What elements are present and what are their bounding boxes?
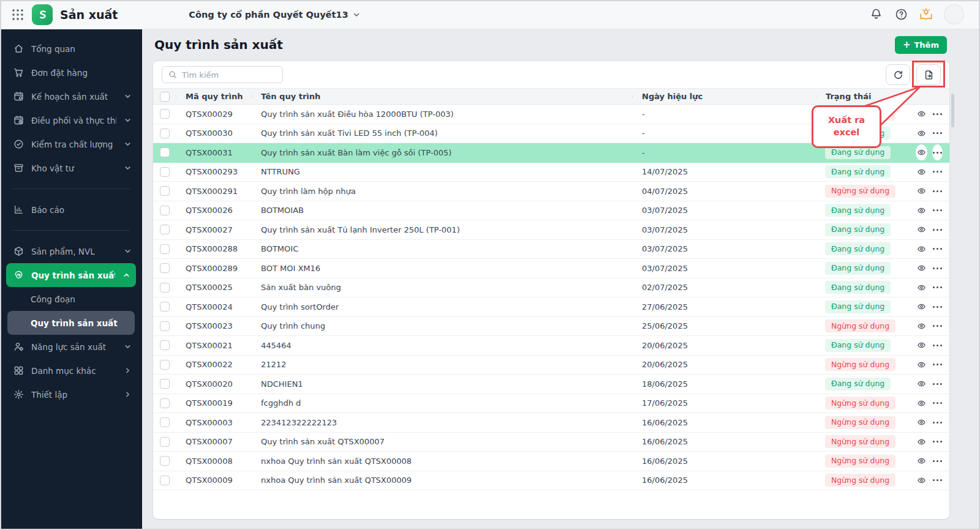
more-actions-icon[interactable] (932, 414, 943, 430)
table-row[interactable]: QTSX00026 BOTMOIAB 03/07/2025 Đang sử dụ… (153, 201, 949, 221)
view-eye-icon[interactable] (916, 222, 927, 237)
more-actions-icon[interactable] (932, 472, 943, 488)
more-actions-icon[interactable] (932, 376, 943, 392)
more-actions-icon[interactable] (932, 203, 943, 218)
view-eye-icon[interactable] (916, 144, 927, 160)
sidebar-item-kiem-tra-chat-luong[interactable]: Kiểm tra chất lượng (0, 132, 142, 156)
sidebar-item-quy-trinh-san-xuat[interactable]: Quy trình sản xuất (6, 263, 136, 287)
header-code[interactable]: Mã quy trình (176, 92, 251, 101)
view-eye-icon[interactable] (916, 125, 927, 141)
help-icon[interactable] (894, 7, 908, 22)
sidebar-item-kho-vat-tu[interactable]: Kho vật tư (0, 156, 142, 180)
sidebar-subitem-quy-trinh-san-xuat[interactable]: Quy trình sản xuất (7, 311, 135, 335)
row-checkbox[interactable] (160, 283, 170, 293)
row-checkbox[interactable] (160, 476, 170, 485)
sidebar-item-danh-muc-khac[interactable]: Danh mục khác (0, 359, 142, 383)
more-actions-icon[interactable] (932, 260, 943, 276)
view-eye-icon[interactable] (916, 280, 927, 296)
sidebar-item-san-pham-nvl[interactable]: Sản phẩm, NVL (0, 239, 142, 263)
row-checkbox[interactable] (160, 456, 170, 466)
company-selector[interactable]: Công ty cổ phần Quyết Quyết13 (189, 10, 360, 20)
table-row[interactable]: QTSX000291 Quy trình làm hộp nhựa 04/07/… (153, 182, 949, 201)
view-eye-icon[interactable] (916, 106, 927, 122)
table-row[interactable]: QTSX000288 BOTMOIC 03/07/2025 Đang sử dụ… (153, 240, 949, 259)
view-eye-icon[interactable] (916, 318, 927, 334)
table-row[interactable]: QTSX00019 fcgghdh d 17/06/2025 Ngừng sử … (153, 394, 949, 414)
table-row[interactable]: QTSX00022 21212 20/06/2025 Ngừng sử dụng (153, 356, 949, 375)
more-actions-icon[interactable] (932, 241, 943, 257)
search-input[interactable] (182, 70, 276, 80)
more-actions-icon[interactable] (932, 106, 943, 122)
more-actions-icon[interactable] (932, 222, 943, 237)
table-row[interactable]: QTSX00024 Quy trình sortOrder 27/06/2025… (153, 297, 949, 317)
row-checkbox[interactable] (160, 225, 170, 234)
row-checkbox[interactable] (160, 437, 170, 447)
view-eye-icon[interactable] (916, 434, 927, 450)
row-checkbox[interactable] (160, 206, 170, 215)
more-actions-icon[interactable] (932, 299, 943, 315)
row-checkbox[interactable] (160, 129, 170, 138)
view-eye-icon[interactable] (916, 395, 927, 411)
header-date[interactable]: Ngày hiệu lực (632, 92, 816, 101)
sidebar-item-dieu-phoi-va-thuc-thi[interactable]: Điều phối và thực thi (0, 108, 142, 132)
table-row[interactable]: QTSX00009 nxhoa Quy trình sản xuất QTSX0… (153, 471, 949, 491)
table-row[interactable]: QTSX00023 Quy trình chung 25/06/2025 Ngừ… (153, 317, 949, 337)
row-checkbox[interactable] (160, 167, 170, 177)
row-checkbox[interactable] (160, 186, 170, 196)
header-status[interactable]: Trạng thái (816, 92, 906, 101)
row-checkbox[interactable] (160, 417, 170, 427)
row-checkbox[interactable] (160, 263, 170, 273)
more-actions-icon[interactable] (932, 434, 943, 450)
table-row[interactable]: QTSX00027 Quy trình sản xuất Tủ lạnh Inv… (153, 220, 949, 240)
add-button[interactable]: + Thêm (895, 36, 947, 54)
guide-book-icon[interactable] (919, 7, 933, 22)
view-eye-icon[interactable] (916, 183, 927, 199)
view-eye-icon[interactable] (916, 164, 927, 180)
table-row[interactable]: QTSX00020 NDCHIEN1 18/06/2025 Đang sử dụ… (153, 375, 949, 394)
more-actions-icon[interactable] (932, 280, 943, 296)
row-checkbox[interactable] (160, 109, 170, 119)
more-actions-icon[interactable] (932, 144, 943, 160)
search-box[interactable] (162, 66, 283, 83)
sidebar-subitem-cong-doan[interactable]: Công đoạn (0, 287, 142, 311)
export-button[interactable] (916, 64, 941, 85)
more-actions-icon[interactable] (932, 453, 943, 469)
row-checkbox[interactable] (160, 147, 170, 157)
row-checkbox[interactable] (160, 360, 170, 370)
select-all-checkbox[interactable] (160, 92, 170, 102)
row-checkbox[interactable] (160, 244, 170, 254)
view-eye-icon[interactable] (916, 260, 927, 276)
more-actions-icon[interactable] (932, 395, 943, 411)
view-eye-icon[interactable] (916, 299, 927, 315)
view-eye-icon[interactable] (916, 357, 927, 373)
view-eye-icon[interactable] (916, 337, 927, 353)
sidebar-item-bao-cao[interactable]: Báo cáo (0, 198, 142, 222)
sidebar-item-nang-luc-san-xuat[interactable]: Năng lực sản xuất (0, 335, 142, 359)
sidebar-item-don-dat-hang[interactable]: Đơn đặt hàng (0, 61, 142, 84)
table-row[interactable]: QTSX00003 223412322222123 16/06/2025 Ngừ… (153, 413, 949, 433)
table-row[interactable]: QTSX00007 Quy trình sản xuất QTSX00007 1… (153, 433, 949, 452)
view-eye-icon[interactable] (916, 203, 927, 218)
table-row[interactable]: QTSX00025 Sản xuất bàn vuông 02/07/2025 … (153, 278, 949, 298)
app-launcher-grid-icon[interactable] (10, 7, 26, 23)
notifications-bell-icon[interactable] (869, 7, 883, 22)
avatar[interactable] (944, 4, 964, 24)
header-name[interactable]: Tên quy trình (251, 92, 632, 101)
row-checkbox[interactable] (160, 398, 170, 408)
scrollbar-thumb[interactable] (951, 94, 954, 127)
more-actions-icon[interactable] (932, 183, 943, 199)
table-row[interactable]: QTSX00008 nxhoa Quy trình sản xuất QTSX0… (153, 452, 949, 471)
sidebar-item-tong-quan[interactable]: Tổng quan (0, 37, 142, 61)
row-checkbox[interactable] (160, 321, 170, 331)
view-eye-icon[interactable] (916, 453, 927, 469)
more-actions-icon[interactable] (932, 164, 943, 180)
row-checkbox[interactable] (160, 379, 170, 389)
table-row[interactable]: QTSX000289 BOT MOI XM16 03/07/2025 Đang … (153, 259, 949, 278)
row-checkbox[interactable] (160, 302, 170, 312)
table-row[interactable]: QTSX000293 NTTRUNG 14/07/2025 Đang sử dụ… (153, 163, 949, 182)
sidebar-item-thiet-lap[interactable]: Thiết lập (0, 383, 142, 406)
view-eye-icon[interactable] (916, 472, 927, 488)
sidebar-item-ke-hoach-san-xuat[interactable]: Kế hoạch sản xuất (0, 84, 142, 108)
table-row[interactable]: QTSX00021 445464 20/06/2025 Đang sử dụng (153, 336, 949, 356)
more-actions-icon[interactable] (932, 357, 943, 373)
